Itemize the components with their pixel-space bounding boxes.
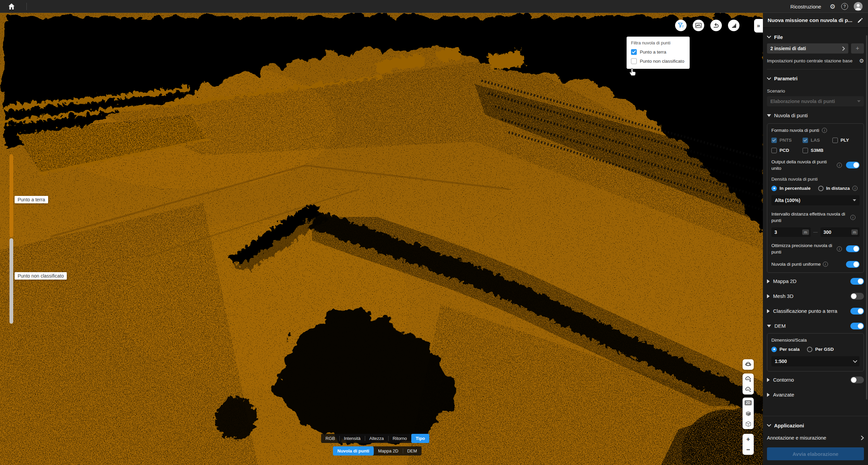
section-mappa-2d[interactable]: Mappa 2D: [767, 275, 864, 288]
tab-dem[interactable]: DEM: [403, 446, 421, 456]
collapse-sidebar-button[interactable]: »: [754, 19, 763, 33]
annotation-measure-label: Annotazione e misurazione: [767, 435, 861, 441]
uniform-toggle[interactable]: [846, 261, 860, 268]
cloud-plus-icon: [745, 375, 752, 382]
merged-output-toggle[interactable]: [846, 162, 860, 168]
filter-funnel-icon: [677, 22, 684, 29]
dem-scale-select[interactable]: 1:500: [771, 356, 860, 366]
info-icon[interactable]: i: [837, 163, 842, 168]
checkbox-checked-disabled-icon: [771, 138, 777, 143]
checkbox-checked-icon[interactable]: [631, 49, 637, 55]
range-dash: —: [813, 229, 818, 235]
sidebar-scrollbar[interactable]: [866, 35, 867, 400]
radio-selected-icon[interactable]: [771, 186, 777, 191]
zoom-out-button[interactable]: −: [743, 444, 754, 455]
triangle-right-icon: [767, 294, 770, 298]
section-ground-classification[interactable]: Classificazione punto a terra: [767, 305, 864, 318]
base-station-row: Impostazioni punto centrale stazione bas…: [767, 58, 864, 64]
settings-gear-icon[interactable]: ⚙: [830, 3, 835, 10]
merged-output-row: Output della nuvola di punti unito i: [771, 159, 860, 172]
info-icon[interactable]: i: [837, 246, 842, 251]
layer-tabbar: Nuvola di punti Mappa 2D DEM: [333, 446, 421, 456]
filter-option-ground[interactable]: Punto a terra: [631, 49, 685, 55]
section-file[interactable]: File: [767, 31, 864, 43]
avatar[interactable]: [854, 2, 863, 11]
dem-scale-label: Per scala: [780, 347, 800, 352]
contour-toggle[interactable]: [850, 377, 864, 383]
range-min-input[interactable]: 3 m: [771, 227, 811, 237]
flight-route-button[interactable]: [710, 20, 722, 31]
mission-settings-sidebar: Nuova missione con nuvola di p... File 2…: [763, 13, 868, 465]
mappa-2d-toggle[interactable]: [850, 278, 864, 285]
tab-nuvola-di-punti[interactable]: Nuvola di punti: [333, 446, 374, 456]
tab-tipo[interactable]: Tipo: [411, 434, 429, 443]
decrease-point-size-button[interactable]: [743, 384, 754, 395]
checkbox-unchecked-icon[interactable]: [631, 58, 637, 64]
minus-icon: −: [746, 446, 750, 453]
measure-button[interactable]: [728, 20, 739, 31]
tab-altezza[interactable]: Altezza: [365, 434, 388, 443]
view-2d-button[interactable]: 2D: [743, 398, 754, 408]
filter-point-cloud-button[interactable]: [675, 20, 687, 31]
edit-pencil-icon[interactable]: [857, 17, 863, 23]
top-bar: Ricostruzione ⚙ ?: [0, 0, 868, 13]
zoom-in-button[interactable]: +: [743, 434, 754, 444]
info-icon[interactable]: i: [822, 128, 827, 133]
format-ply[interactable]: PLY: [832, 138, 849, 143]
mesh-3d-toggle[interactable]: [850, 293, 864, 300]
info-icon[interactable]: i: [823, 262, 828, 267]
info-icon[interactable]: i: [850, 215, 855, 220]
range-max-input[interactable]: 300 m: [821, 227, 860, 237]
section-advanced[interactable]: Avanzate: [767, 388, 864, 401]
radio-unselected-icon[interactable]: [818, 186, 824, 191]
section-mesh-3d[interactable]: Mesh 3D: [767, 290, 864, 303]
section-applications-label: Applicazioni: [774, 423, 804, 428]
add-dataset-button[interactable]: +: [851, 43, 864, 54]
tab-ritorno[interactable]: Ritorno: [388, 434, 411, 443]
section-dem[interactable]: DEM: [767, 320, 864, 332]
optimize-label: Ottimizza precisione nuvola di punti: [771, 242, 833, 256]
format-pcd[interactable]: PCD: [771, 148, 803, 153]
checkbox-unchecked-icon[interactable]: [803, 148, 808, 153]
base-station-gear-icon[interactable]: ⚙: [859, 58, 864, 64]
section-contour[interactable]: Contorno: [767, 373, 864, 386]
legend-ground-label: Punto a terra: [15, 196, 48, 203]
annotation-measure-row[interactable]: Annotazione e misurazione: [767, 432, 864, 444]
info-icon[interactable]: i: [852, 186, 857, 191]
optimize-toggle[interactable]: [846, 245, 860, 252]
datasets-button[interactable]: 2 insiemi di dati: [767, 43, 848, 54]
tab-rgb[interactable]: RGB: [321, 434, 339, 443]
view-wireframe-button[interactable]: [743, 419, 754, 429]
range-max-unit: m: [851, 229, 858, 235]
increase-point-size-button[interactable]: [743, 373, 754, 384]
point-cloud-viewport[interactable]: Punto a terra Punto non classificato » F…: [0, 13, 763, 465]
section-applications[interactable]: Applicazioni: [767, 419, 864, 432]
subsection-point-cloud[interactable]: Nuvola di punti: [767, 110, 864, 121]
tab-intensita[interactable]: Intensità: [339, 434, 365, 443]
terrain-icon: [695, 22, 702, 29]
filter-popup-title: Filtra nuvola di punti: [631, 40, 685, 45]
cloud-minus-icon: [745, 386, 752, 393]
avatar-person-icon: [854, 2, 863, 11]
help-icon[interactable]: ?: [841, 3, 848, 10]
checkbox-unchecked-icon[interactable]: [771, 148, 777, 153]
checkbox-unchecked-icon[interactable]: [832, 138, 838, 143]
terrain-display-button[interactable]: [693, 20, 704, 31]
home-icon[interactable]: [7, 2, 16, 11]
radio-unselected-icon[interactable]: [807, 347, 812, 352]
format-s3mb[interactable]: S3MB: [803, 148, 824, 153]
tab-mappa-2d[interactable]: Mappa 2D: [374, 446, 403, 456]
dem-toggle[interactable]: [850, 323, 864, 329]
datasets-button-label: 2 insiemi di dati: [770, 46, 842, 51]
rotate-3d-button[interactable]: [743, 359, 754, 370]
triangle-right-icon: [767, 309, 770, 313]
ground-classification-toggle[interactable]: [850, 308, 864, 315]
sidebar-scroll-area[interactable]: File 2 insiemi di dati + Impostazioni pu…: [763, 28, 868, 416]
view-iso-button[interactable]: [743, 408, 754, 419]
legend-unclassified-label: Punto non classificato: [15, 272, 67, 280]
filter-option-unclassified[interactable]: Punto non classificato: [631, 58, 685, 64]
section-parameters[interactable]: Parametri: [767, 72, 864, 85]
radio-selected-icon[interactable]: [771, 347, 777, 352]
start-processing-button[interactable]: Avvia elaborazione: [767, 447, 864, 460]
density-select[interactable]: Alta (100%): [771, 195, 860, 205]
